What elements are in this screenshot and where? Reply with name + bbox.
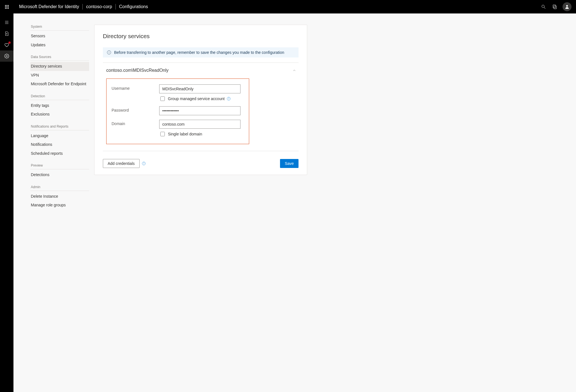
save-button[interactable]: Save <box>280 159 299 168</box>
help-icon <box>227 97 231 101</box>
search-icon <box>541 4 546 9</box>
sidenav-item[interactable]: Manage role groups <box>30 201 89 210</box>
help-icon <box>142 162 146 165</box>
svg-point-15 <box>144 164 144 165</box>
svg-line-1 <box>544 7 545 9</box>
list-icon <box>4 20 9 25</box>
left-rail <box>0 13 13 392</box>
sld-checkbox[interactable] <box>160 132 165 136</box>
gmsa-checkbox[interactable] <box>160 96 165 101</box>
alert-dot-icon <box>8 41 11 44</box>
rail-item-health[interactable] <box>0 39 13 50</box>
gmsa-checkbox-row[interactable]: Group managed service account <box>159 96 244 102</box>
svg-point-0 <box>542 5 544 8</box>
gmsa-help-button[interactable] <box>227 97 231 101</box>
svg-rect-2 <box>554 6 556 9</box>
rail-item-download[interactable] <box>0 28 13 39</box>
sidenav-item[interactable]: Language <box>30 132 89 140</box>
rail-item-settings[interactable] <box>0 50 13 62</box>
sidenav-item[interactable]: Notifications <box>30 140 89 149</box>
gmsa-label: Group managed service account <box>168 96 225 101</box>
account-accordion-header[interactable]: contoso.com\MDISvcReadOnly <box>103 68 299 76</box>
svg-rect-3 <box>553 5 556 8</box>
copy-button[interactable] <box>549 0 560 13</box>
add-credentials-button[interactable]: Add credentials <box>103 159 140 168</box>
info-icon <box>107 50 111 55</box>
breadcrumb: Microsoft Defender for Identity contoso-… <box>16 4 151 10</box>
account-title: contoso.com\MDISvcReadOnly <box>106 68 168 73</box>
svg-point-11 <box>109 51 109 52</box>
settings-sidenav: SystemSensorsUpdatesData SourcesDirector… <box>30 25 89 215</box>
person-icon <box>565 4 570 9</box>
sidenav-item[interactable]: Sensors <box>30 32 89 41</box>
directory-services-card: Directory services Before transferring t… <box>94 25 307 175</box>
sidenav-item[interactable]: Updates <box>30 41 89 50</box>
gear-icon <box>4 54 9 59</box>
password-input[interactable] <box>159 106 240 115</box>
sld-checkbox-row[interactable]: Single label domain <box>159 131 244 137</box>
page-title: Directory services <box>103 33 299 40</box>
password-label: Password <box>112 106 159 112</box>
sidenav-item[interactable]: Entity tags <box>30 101 89 110</box>
app-launcher-button[interactable] <box>0 0 13 13</box>
username-label: Username <box>112 84 159 91</box>
section-name[interactable]: Configurations <box>116 4 151 9</box>
svg-point-8 <box>6 56 8 57</box>
sidenav-group-header: Preview <box>30 163 89 169</box>
svg-point-13 <box>229 100 229 100</box>
sidenav-item[interactable]: Delete Instance <box>30 192 89 201</box>
domain-input[interactable] <box>159 120 240 129</box>
sidenav-group-header: Notifications and Reports <box>30 124 89 130</box>
info-banner-text: Before transferring to another page, rem… <box>114 50 284 55</box>
sidenav-group-header: Data Sources <box>30 55 89 61</box>
sidenav-item[interactable]: Directory services <box>30 62 89 71</box>
chevron-up-icon <box>292 68 296 72</box>
sld-label: Single label domain <box>168 132 202 136</box>
add-credentials-help-button[interactable] <box>142 162 146 165</box>
sidenav-group-header: System <box>30 25 89 31</box>
info-banner: Before transferring to another page, rem… <box>103 47 299 57</box>
page-download-icon <box>4 31 9 36</box>
rail-item-list[interactable] <box>0 17 13 28</box>
waffle-icon <box>5 5 9 9</box>
sidenav-group-header: Admin <box>30 185 89 191</box>
sidenav-item[interactable]: Scheduled reports <box>30 149 89 158</box>
copy-icon <box>552 4 557 9</box>
username-input[interactable] <box>159 84 240 93</box>
sidenav-item[interactable]: Detections <box>30 170 89 179</box>
svg-point-4 <box>566 5 568 7</box>
domain-label: Domain <box>112 120 159 126</box>
action-row: Add credentials Save <box>103 159 299 168</box>
sidenav-group-header: Detection <box>30 94 89 100</box>
sidenav-item[interactable]: Microsoft Defender for Endpoint <box>30 80 89 89</box>
sidenav-item[interactable]: VPN <box>30 71 89 80</box>
tenant-name[interactable]: contoso-corp <box>83 4 115 9</box>
topbar: Microsoft Defender for Identity contoso-… <box>0 0 576 13</box>
sidenav-item[interactable]: Exclusions <box>30 110 89 119</box>
credentials-form-highlight: Username Group managed service account <box>106 79 249 144</box>
search-button[interactable] <box>538 0 549 13</box>
account-avatar[interactable] <box>563 2 572 11</box>
product-name: Microsoft Defender for Identity <box>16 4 82 9</box>
